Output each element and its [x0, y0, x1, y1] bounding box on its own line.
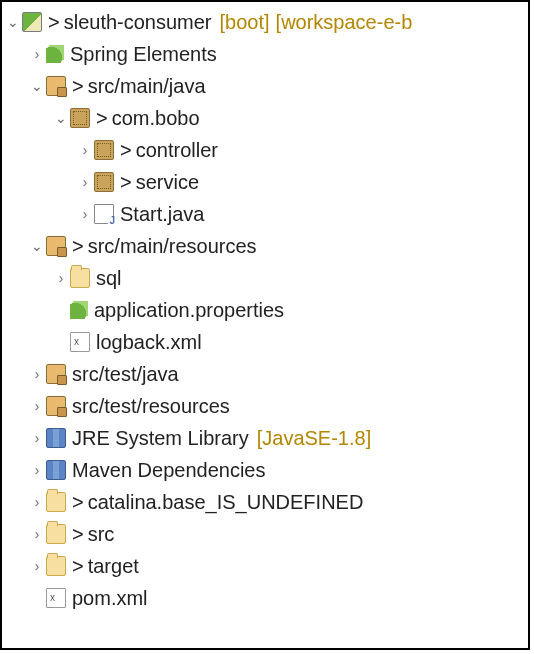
expand-toggle-icon[interactable]: ›: [30, 43, 44, 65]
expand-toggle-icon[interactable]: ›: [78, 171, 92, 193]
expand-toggle-icon[interactable]: ›: [54, 267, 68, 289]
tree-item-label: target: [88, 550, 139, 582]
tree-item-label: Spring Elements: [70, 38, 217, 70]
tree-item-file-start-java[interactable]: › Start.java: [6, 198, 528, 230]
tree-item-label: src/main/java: [88, 70, 206, 102]
tree-item-label: src/test/java: [72, 358, 179, 390]
tree-item-label: JRE System Library: [72, 422, 249, 454]
tree-item-file-logback-xml[interactable]: › logback.xml: [6, 326, 528, 358]
package-icon: [94, 140, 114, 160]
source-folder-icon: [46, 396, 66, 416]
boot-project-icon: [22, 12, 42, 32]
vcs-dirty-marker: >: [72, 486, 84, 518]
tree-item-package-controller[interactable]: › > controller: [6, 134, 528, 166]
tree-item-label: com.bobo: [112, 102, 200, 134]
vcs-dirty-marker: >: [72, 230, 84, 262]
tree-item-src-test-java[interactable]: › src/test/java: [6, 358, 528, 390]
tree-item-label: src/test/resources: [72, 390, 230, 422]
tree-item-folder-src[interactable]: › > src: [6, 518, 528, 550]
tree-item-label: service: [136, 166, 199, 198]
vcs-dirty-marker: >: [72, 518, 84, 550]
spring-leaf-icon: [70, 301, 88, 319]
tree-item-src-main-resources[interactable]: ⌄ > src/main/resources: [6, 230, 528, 262]
tree-item-jre-system-library[interactable]: › JRE System Library [JavaSE-1.8]: [6, 422, 528, 454]
expand-toggle-icon[interactable]: ›: [30, 523, 44, 545]
spring-leaf-icon: [46, 45, 64, 63]
vcs-dirty-marker: >: [96, 102, 108, 134]
tree-item-folder-catalina-base[interactable]: › > catalina.base_IS_UNDEFINED: [6, 486, 528, 518]
tree-item-label: src: [88, 518, 115, 550]
tree-item-label: application.properties: [94, 294, 284, 326]
expand-toggle-icon[interactable]: ›: [30, 491, 44, 513]
source-folder-icon: [46, 236, 66, 256]
tree-item-maven-dependencies[interactable]: › Maven Dependencies: [6, 454, 528, 486]
expand-toggle-icon[interactable]: ⌄: [30, 75, 44, 97]
expand-toggle-icon[interactable]: ⌄: [6, 11, 20, 33]
vcs-dirty-marker: >: [120, 166, 132, 198]
tree-item-label: pom.xml: [72, 582, 148, 614]
package-icon: [94, 172, 114, 192]
expand-toggle-icon[interactable]: ›: [30, 363, 44, 385]
tree-item-label: catalina.base_IS_UNDEFINED: [88, 486, 364, 518]
tree-item-label: src/main/resources: [88, 230, 257, 262]
vcs-dirty-marker: >: [72, 550, 84, 582]
tree-item-project-root[interactable]: ⌄ > sleuth-consumer [boot] [workspace-e-…: [6, 6, 528, 38]
vcs-dirty-marker: >: [48, 6, 60, 38]
expand-toggle-icon[interactable]: ›: [30, 427, 44, 449]
expand-toggle-icon[interactable]: ⌄: [54, 107, 68, 129]
tree-item-folder-sql[interactable]: › sql: [6, 262, 528, 294]
tree-item-label: sql: [96, 262, 122, 294]
expand-toggle-icon[interactable]: ⌄: [30, 235, 44, 257]
xml-file-icon: [70, 332, 90, 352]
project-tree: ⌄ > sleuth-consumer [boot] [workspace-e-…: [2, 2, 528, 614]
expand-toggle-icon[interactable]: ›: [78, 203, 92, 225]
tree-item-package-service[interactable]: › > service: [6, 166, 528, 198]
folder-icon: [46, 556, 66, 576]
tree-item-src-main-java[interactable]: ⌄ > src/main/java: [6, 70, 528, 102]
expand-toggle-icon[interactable]: ›: [30, 459, 44, 481]
source-folder-icon: [46, 364, 66, 384]
java-file-icon: [94, 204, 114, 224]
vcs-dirty-marker: >: [120, 134, 132, 166]
tree-item-label: logback.xml: [96, 326, 202, 358]
project-name-label: sleuth-consumer: [64, 6, 212, 38]
boot-decoration-label: [boot]: [220, 6, 270, 38]
project-explorer-panel: ⌄ > sleuth-consumer [boot] [workspace-e-…: [0, 0, 530, 650]
tree-item-label: controller: [136, 134, 218, 166]
expand-toggle-icon[interactable]: ›: [30, 555, 44, 577]
tree-item-file-pom-xml[interactable]: › pom.xml: [6, 582, 528, 614]
folder-icon: [46, 492, 66, 512]
folder-icon: [70, 268, 90, 288]
tree-item-file-application-properties[interactable]: › application.properties: [6, 294, 528, 326]
tree-item-label: Maven Dependencies: [72, 454, 265, 486]
xml-file-icon: [46, 588, 66, 608]
tree-item-package-com-bobo[interactable]: ⌄ > com.bobo: [6, 102, 528, 134]
tree-item-spring-elements[interactable]: › Spring Elements: [6, 38, 528, 70]
package-icon: [70, 108, 90, 128]
tree-item-label: Start.java: [120, 198, 204, 230]
tree-item-src-test-resources[interactable]: › src/test/resources: [6, 390, 528, 422]
expand-toggle-icon[interactable]: ›: [30, 395, 44, 417]
expand-toggle-icon[interactable]: ›: [78, 139, 92, 161]
source-folder-icon: [46, 76, 66, 96]
library-decoration-label: [JavaSE-1.8]: [257, 422, 372, 454]
vcs-dirty-marker: >: [72, 70, 84, 102]
library-icon: [46, 428, 66, 448]
tree-item-folder-target[interactable]: › > target: [6, 550, 528, 582]
library-icon: [46, 460, 66, 480]
workingset-decoration-label: [workspace-e-b: [276, 6, 413, 38]
folder-icon: [46, 524, 66, 544]
